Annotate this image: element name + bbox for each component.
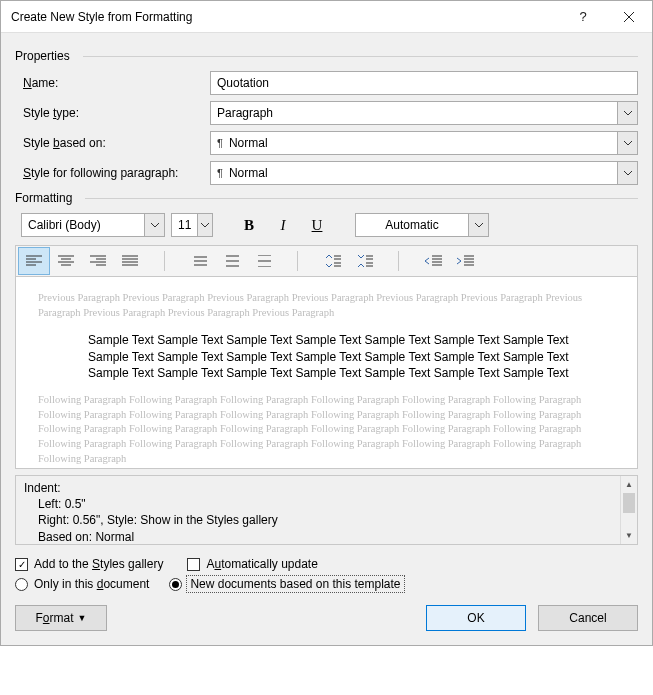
dialog-title: Create New Style from Formatting — [11, 10, 560, 24]
separator — [398, 251, 399, 271]
based-on-value: Normal — [229, 136, 268, 150]
scroll-up-icon[interactable]: ▲ — [621, 476, 637, 493]
desc-line: Based on: Normal — [24, 529, 612, 545]
align-center-icon — [58, 255, 74, 267]
row-name: Name: — [15, 71, 638, 95]
align-left-button[interactable] — [18, 247, 50, 275]
row-style-type: Style type: Paragraph — [15, 101, 638, 125]
radio-icon — [15, 578, 28, 591]
pilcrow-icon: ¶ — [217, 137, 223, 149]
para-space-inc-icon — [323, 254, 341, 268]
help-button[interactable]: ? — [560, 1, 606, 33]
font-name-value: Calibri (Body) — [28, 218, 101, 232]
style-description: Indent: Left: 0.5" Right: 0.56", Style: … — [16, 476, 620, 544]
italic-button[interactable]: I — [269, 213, 297, 237]
font-color-value: Automatic — [385, 218, 438, 232]
checkbox-icon — [187, 558, 200, 571]
desc-line: Indent: — [24, 480, 612, 496]
label-based-on: Style based on: — [15, 136, 210, 150]
checkbox-row: ✓ Add to the Styles gallery Automaticall… — [15, 557, 638, 571]
label-name: Name: — [15, 76, 210, 90]
only-this-document-radio[interactable]: Only in this document — [15, 577, 149, 591]
preview-pane: Previous Paragraph Previous Paragraph Pr… — [15, 277, 638, 469]
dialog: Create New Style from Formatting ? Prope… — [0, 0, 653, 646]
space-before-dec-button[interactable] — [348, 247, 380, 275]
label-style-type: Style type: — [15, 106, 210, 120]
font-size-combo[interactable]: 11 — [171, 213, 213, 237]
font-name-combo[interactable]: Calibri (Body) — [21, 213, 165, 237]
following-value: Normal — [229, 166, 268, 180]
decrease-indent-button[interactable] — [417, 247, 449, 275]
style-description-box: Indent: Left: 0.5" Right: 0.56", Style: … — [15, 475, 638, 545]
name-input[interactable] — [210, 71, 638, 95]
format-toolbar-2 — [15, 245, 638, 277]
space-before-inc-button[interactable] — [316, 247, 348, 275]
separator — [297, 251, 298, 271]
row-based-on: Style based on: ¶Normal — [15, 131, 638, 155]
auto-update-checkbox[interactable]: Automatically update — [187, 557, 317, 571]
line-spacing-2-button[interactable] — [247, 247, 279, 275]
align-justify-button[interactable] — [114, 247, 146, 275]
line-spacing-15-button[interactable] — [215, 247, 247, 275]
following-combo[interactable]: ¶Normal — [210, 161, 638, 185]
close-button[interactable] — [606, 1, 652, 33]
chevron-down-icon — [617, 162, 637, 184]
new-documents-template-label: New documents based on this template — [188, 577, 402, 591]
cancel-button[interactable]: Cancel — [538, 605, 638, 631]
align-right-button[interactable] — [82, 247, 114, 275]
new-documents-template-radio[interactable]: New documents based on this template — [169, 577, 402, 591]
separator — [164, 251, 165, 271]
ok-button[interactable]: OK — [426, 605, 526, 631]
format-button[interactable]: Format ▼ — [15, 605, 107, 631]
dialog-body: Properties Name: Style type: Paragraph S… — [1, 33, 652, 645]
scroll-thumb[interactable] — [623, 493, 635, 513]
titlebar: Create New Style from Formatting ? — [1, 1, 652, 33]
preview-following-text: Following Paragraph Following Paragraph … — [38, 393, 615, 466]
para-space-dec-icon — [355, 254, 373, 268]
align-right-icon — [90, 255, 106, 267]
align-left-icon — [26, 255, 42, 267]
spacing-double-icon — [255, 255, 271, 267]
bold-button[interactable]: B — [235, 213, 263, 237]
caret-down-icon: ▼ — [78, 613, 87, 623]
close-icon — [624, 12, 634, 22]
chevron-down-icon — [197, 214, 212, 236]
chevron-down-icon — [144, 214, 164, 236]
chevron-down-icon — [617, 132, 637, 154]
indent-icon — [456, 255, 474, 267]
increase-indent-button[interactable] — [449, 247, 481, 275]
button-row: Format ▼ OK Cancel — [15, 605, 638, 631]
description-scrollbar[interactable]: ▲ ▼ — [620, 476, 637, 544]
chevron-down-icon — [468, 214, 488, 236]
font-color-combo[interactable]: Automatic — [355, 213, 489, 237]
properties-group-label: Properties — [15, 49, 638, 63]
align-justify-icon — [122, 255, 138, 267]
format-toolbar-1: Calibri (Body) 11 B I U Automatic — [21, 213, 638, 237]
checkbox-icon: ✓ — [15, 558, 28, 571]
desc-line: Right: 0.56", Style: Show in the Styles … — [24, 512, 612, 528]
font-size-value: 11 — [178, 218, 191, 232]
style-type-combo[interactable]: Paragraph — [210, 101, 638, 125]
scroll-down-icon[interactable]: ▼ — [621, 527, 637, 544]
radio-icon — [169, 578, 182, 591]
based-on-combo[interactable]: ¶Normal — [210, 131, 638, 155]
spacing-medium-icon — [223, 255, 239, 267]
spacing-single-icon — [191, 255, 207, 267]
pilcrow-icon: ¶ — [217, 167, 223, 179]
row-following: Style for following paragraph: ¶Normal — [15, 161, 638, 185]
underline-button[interactable]: U — [303, 213, 331, 237]
formatting-group-label: Formatting — [15, 191, 638, 205]
preview-sample-text: Sample Text Sample Text Sample Text Samp… — [88, 332, 615, 381]
preview-previous-text: Previous Paragraph Previous Paragraph Pr… — [38, 291, 615, 320]
line-spacing-1-button[interactable] — [183, 247, 215, 275]
style-type-value: Paragraph — [217, 106, 273, 120]
align-center-button[interactable] — [50, 247, 82, 275]
label-following: Style for following paragraph: — [15, 166, 210, 180]
chevron-down-icon — [617, 102, 637, 124]
scroll-track[interactable] — [621, 493, 637, 527]
outdent-icon — [424, 255, 442, 267]
radio-row: Only in this document New documents base… — [15, 577, 638, 591]
add-to-gallery-checkbox[interactable]: ✓ Add to the Styles gallery — [15, 557, 163, 571]
desc-line: Left: 0.5" — [24, 496, 612, 512]
